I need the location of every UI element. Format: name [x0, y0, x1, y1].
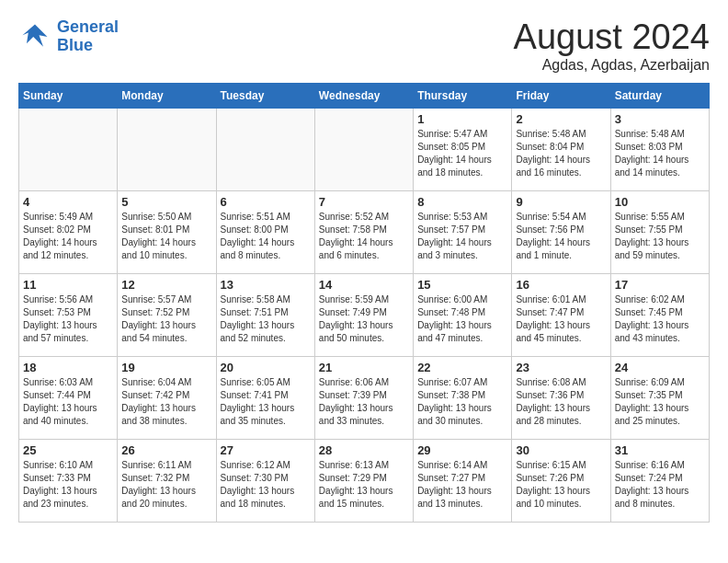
- day-info: Sunrise: 5:54 AM Sunset: 7:56 PM Dayligh…: [516, 211, 606, 262]
- day-cell-10: 10Sunrise: 5:55 AM Sunset: 7:55 PM Dayli…: [610, 190, 709, 273]
- calendar-header-friday: Friday: [512, 83, 610, 108]
- svg-marker-0: [23, 24, 48, 46]
- day-number: 14: [319, 278, 409, 292]
- day-cell-8: 8Sunrise: 5:53 AM Sunset: 7:57 PM Daylig…: [414, 190, 512, 273]
- day-info: Sunrise: 6:02 AM Sunset: 7:45 PM Dayligh…: [615, 293, 705, 345]
- day-cell-23: 23Sunrise: 6:08 AM Sunset: 7:36 PM Dayli…: [512, 356, 610, 439]
- day-number: 26: [121, 443, 211, 457]
- day-info: Sunrise: 6:11 AM Sunset: 7:32 PM Dayligh…: [121, 459, 211, 511]
- day-cell-30: 30Sunrise: 6:15 AM Sunset: 7:26 PM Dayli…: [512, 439, 610, 522]
- day-info: Sunrise: 5:56 AM Sunset: 7:53 PM Dayligh…: [23, 293, 113, 345]
- day-number: 24: [615, 361, 705, 374]
- day-info: Sunrise: 6:14 AM Sunset: 7:27 PM Dayligh…: [417, 459, 507, 511]
- day-cell-13: 13Sunrise: 5:58 AM Sunset: 7:51 PM Dayli…: [216, 273, 314, 356]
- page-header: General Blue August 2024 Agdas, Agdas, A…: [18, 18, 710, 74]
- day-number: 16: [516, 278, 606, 292]
- day-info: Sunrise: 5:50 AM Sunset: 8:01 PM Dayligh…: [121, 211, 211, 262]
- day-number: 23: [516, 361, 606, 374]
- day-cell-29: 29Sunrise: 6:14 AM Sunset: 7:27 PM Dayli…: [414, 439, 512, 522]
- day-number: 11: [23, 278, 113, 292]
- day-info: Sunrise: 5:57 AM Sunset: 7:52 PM Dayligh…: [121, 293, 211, 345]
- day-info: Sunrise: 6:09 AM Sunset: 7:35 PM Dayligh…: [615, 376, 705, 428]
- week-row-2: 4Sunrise: 5:49 AM Sunset: 8:02 PM Daylig…: [19, 190, 710, 273]
- empty-cell: [118, 108, 216, 190]
- day-info: Sunrise: 5:53 AM Sunset: 7:57 PM Dayligh…: [417, 211, 507, 262]
- empty-cell: [216, 108, 314, 190]
- day-cell-16: 16Sunrise: 6:01 AM Sunset: 7:47 PM Dayli…: [512, 273, 610, 356]
- day-info: Sunrise: 6:13 AM Sunset: 7:29 PM Dayligh…: [319, 459, 409, 511]
- day-number: 3: [615, 112, 705, 126]
- day-number: 29: [417, 443, 507, 457]
- week-row-3: 11Sunrise: 5:56 AM Sunset: 7:53 PM Dayli…: [19, 273, 710, 356]
- day-number: 30: [516, 443, 606, 457]
- calendar-header-wednesday: Wednesday: [314, 83, 413, 108]
- logo-line2: Blue: [57, 36, 93, 54]
- day-info: Sunrise: 5:48 AM Sunset: 8:03 PM Dayligh…: [615, 128, 705, 179]
- calendar-header-thursday: Thursday: [414, 83, 512, 108]
- day-info: Sunrise: 5:48 AM Sunset: 8:04 PM Dayligh…: [516, 128, 606, 179]
- day-cell-19: 19Sunrise: 6:04 AM Sunset: 7:42 PM Dayli…: [118, 356, 216, 439]
- calendar-header-monday: Monday: [118, 83, 216, 108]
- day-info: Sunrise: 5:52 AM Sunset: 7:58 PM Dayligh…: [319, 211, 409, 262]
- day-cell-26: 26Sunrise: 6:11 AM Sunset: 7:32 PM Dayli…: [118, 439, 216, 522]
- title-block: August 2024 Agdas, Agdas, Azerbaijan: [514, 18, 710, 74]
- subtitle: Agdas, Agdas, Azerbaijan: [514, 57, 710, 74]
- day-info: Sunrise: 5:51 AM Sunset: 8:00 PM Dayligh…: [221, 211, 311, 262]
- day-number: 2: [516, 112, 606, 126]
- day-info: Sunrise: 6:16 AM Sunset: 7:24 PM Dayligh…: [615, 459, 705, 511]
- day-cell-6: 6Sunrise: 5:51 AM Sunset: 8:00 PM Daylig…: [216, 190, 314, 273]
- week-row-1: 1Sunrise: 5:47 AM Sunset: 8:05 PM Daylig…: [19, 108, 710, 190]
- day-info: Sunrise: 6:06 AM Sunset: 7:39 PM Dayligh…: [319, 376, 409, 428]
- day-number: 7: [319, 195, 409, 209]
- day-number: 31: [615, 443, 705, 457]
- day-info: Sunrise: 5:49 AM Sunset: 8:02 PM Dayligh…: [23, 211, 113, 262]
- day-cell-12: 12Sunrise: 5:57 AM Sunset: 7:52 PM Dayli…: [118, 273, 216, 356]
- day-number: 9: [516, 195, 606, 209]
- day-number: 15: [417, 278, 507, 292]
- calendar-table: SundayMondayTuesdayWednesdayThursdayFrid…: [18, 83, 710, 523]
- day-info: Sunrise: 5:59 AM Sunset: 7:49 PM Dayligh…: [319, 293, 409, 345]
- day-number: 8: [417, 195, 507, 209]
- day-number: 5: [121, 195, 211, 209]
- day-number: 4: [23, 195, 113, 209]
- day-number: 22: [417, 361, 507, 374]
- day-cell-25: 25Sunrise: 6:10 AM Sunset: 7:33 PM Dayli…: [19, 439, 118, 522]
- day-cell-4: 4Sunrise: 5:49 AM Sunset: 8:02 PM Daylig…: [19, 190, 118, 273]
- day-number: 20: [221, 361, 311, 374]
- day-number: 1: [417, 112, 507, 126]
- day-number: 17: [615, 278, 705, 292]
- day-info: Sunrise: 6:08 AM Sunset: 7:36 PM Dayligh…: [516, 376, 606, 428]
- day-cell-31: 31Sunrise: 6:16 AM Sunset: 7:24 PM Dayli…: [610, 439, 709, 522]
- day-cell-20: 20Sunrise: 6:05 AM Sunset: 7:41 PM Dayli…: [216, 356, 314, 439]
- day-number: 6: [221, 195, 311, 209]
- calendar-header-tuesday: Tuesday: [216, 83, 314, 108]
- day-number: 19: [121, 361, 211, 374]
- day-cell-27: 27Sunrise: 6:12 AM Sunset: 7:30 PM Dayli…: [216, 439, 314, 522]
- calendar-header-saturday: Saturday: [610, 83, 709, 108]
- empty-cell: [19, 108, 118, 190]
- day-cell-7: 7Sunrise: 5:52 AM Sunset: 7:58 PM Daylig…: [314, 190, 413, 273]
- day-cell-9: 9Sunrise: 5:54 AM Sunset: 7:56 PM Daylig…: [512, 190, 610, 273]
- day-cell-17: 17Sunrise: 6:02 AM Sunset: 7:45 PM Dayli…: [610, 273, 709, 356]
- week-row-4: 18Sunrise: 6:03 AM Sunset: 7:44 PM Dayli…: [19, 356, 710, 439]
- day-number: 12: [121, 278, 211, 292]
- day-cell-22: 22Sunrise: 6:07 AM Sunset: 7:38 PM Dayli…: [414, 356, 512, 439]
- day-info: Sunrise: 6:15 AM Sunset: 7:26 PM Dayligh…: [516, 459, 606, 511]
- day-info: Sunrise: 6:10 AM Sunset: 7:33 PM Dayligh…: [23, 459, 113, 511]
- day-number: 27: [221, 443, 311, 457]
- day-info: Sunrise: 5:58 AM Sunset: 7:51 PM Dayligh…: [221, 293, 311, 345]
- day-cell-11: 11Sunrise: 5:56 AM Sunset: 7:53 PM Dayli…: [19, 273, 118, 356]
- day-cell-21: 21Sunrise: 6:06 AM Sunset: 7:39 PM Dayli…: [314, 356, 413, 439]
- day-cell-18: 18Sunrise: 6:03 AM Sunset: 7:44 PM Dayli…: [19, 356, 118, 439]
- day-cell-24: 24Sunrise: 6:09 AM Sunset: 7:35 PM Dayli…: [610, 356, 709, 439]
- day-info: Sunrise: 6:07 AM Sunset: 7:38 PM Dayligh…: [417, 376, 507, 428]
- logo-icon: [18, 20, 51, 53]
- main-title: August 2024: [514, 18, 710, 57]
- day-cell-28: 28Sunrise: 6:13 AM Sunset: 7:29 PM Dayli…: [314, 439, 413, 522]
- day-cell-3: 3Sunrise: 5:48 AM Sunset: 8:03 PM Daylig…: [610, 108, 709, 190]
- day-info: Sunrise: 6:00 AM Sunset: 7:48 PM Dayligh…: [417, 293, 507, 345]
- day-info: Sunrise: 6:01 AM Sunset: 7:47 PM Dayligh…: [516, 293, 606, 345]
- day-info: Sunrise: 6:05 AM Sunset: 7:41 PM Dayligh…: [221, 376, 311, 428]
- day-number: 18: [23, 361, 113, 374]
- empty-cell: [314, 108, 413, 190]
